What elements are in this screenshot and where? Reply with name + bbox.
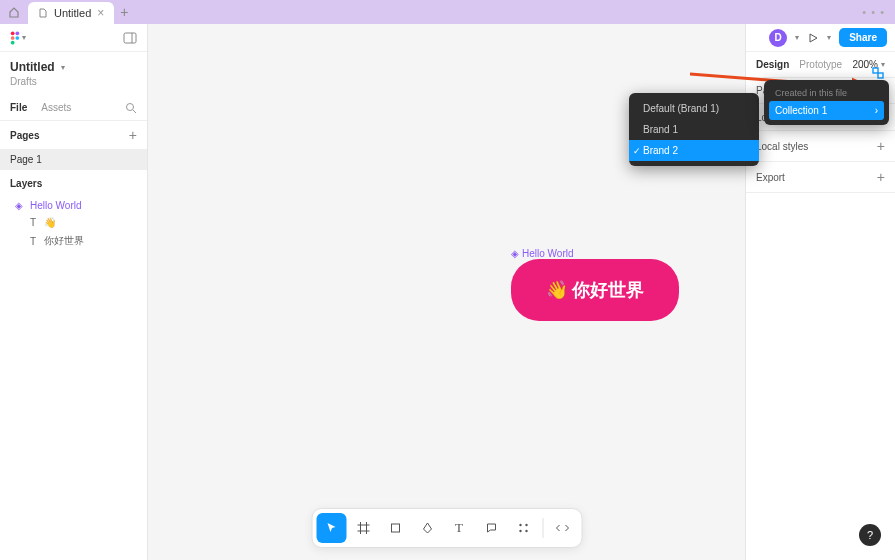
export-row[interactable]: Export + (746, 162, 895, 193)
svg-rect-23 (878, 73, 883, 78)
tab-label: Untitled (54, 7, 91, 19)
tab-file[interactable]: File (10, 102, 27, 113)
avatar[interactable]: D (769, 29, 787, 47)
svg-point-17 (525, 530, 527, 532)
home-icon[interactable] (6, 4, 22, 20)
local-styles-label: Local styles (756, 141, 808, 152)
close-tab-icon[interactable]: × (97, 6, 104, 20)
component-icon: ◈ (511, 248, 519, 259)
panel-icon[interactable] (123, 32, 137, 44)
layers-label: Layers (0, 170, 147, 197)
add-tab-button[interactable]: + (120, 4, 128, 20)
pages-section: Pages + (0, 121, 147, 149)
svg-rect-5 (124, 33, 136, 43)
dropdown-header: Created in this file (769, 85, 884, 101)
layer-frame[interactable]: ◈ Hello World (0, 197, 147, 214)
variable-mode-icon[interactable] (871, 66, 885, 80)
bottom-toolbar: T (311, 508, 582, 548)
dropdown-item-default[interactable]: Default (Brand 1) (629, 98, 759, 119)
svg-point-2 (11, 36, 15, 40)
titlebar: Untitled × + • • • (0, 0, 895, 24)
page-item[interactable]: Page 1 (0, 149, 147, 170)
add-button[interactable]: + (877, 169, 885, 185)
svg-point-1 (15, 31, 19, 35)
component-icon: ◈ (14, 201, 24, 211)
layer-text-cjk[interactable]: T 你好世界 (0, 231, 147, 251)
svg-point-3 (15, 36, 19, 40)
layer-label: 👋 (44, 217, 56, 228)
hello-world-frame[interactable]: 👋 你好世界 (511, 259, 679, 321)
svg-point-16 (519, 530, 521, 532)
emoji-text: 👋 (546, 279, 568, 301)
frame-label[interactable]: ◈ Hello World (511, 248, 574, 259)
doc-title-row[interactable]: Untitled ▾ (0, 52, 147, 76)
doc-title: Untitled (10, 60, 55, 74)
actions-tool[interactable] (508, 513, 538, 543)
local-styles-row[interactable]: Local styles + (746, 131, 895, 162)
check-icon: ✓ (633, 146, 641, 156)
play-icon[interactable] (807, 32, 819, 44)
svg-rect-22 (873, 68, 878, 73)
tab-design[interactable]: Design (756, 59, 789, 70)
pages-label: Pages (10, 130, 39, 141)
figma-menu-icon[interactable]: ▾ (10, 31, 26, 45)
document-tab[interactable]: Untitled × (28, 2, 114, 24)
window-menu-icon[interactable]: • • • (862, 6, 885, 18)
layer-label: 你好世界 (44, 234, 84, 248)
dropdown-item-brand2[interactable]: ✓Brand 2 (629, 140, 759, 161)
text-tool[interactable]: T (444, 513, 474, 543)
chevron-down-icon[interactable]: ▾ (795, 33, 799, 42)
svg-point-4 (11, 40, 15, 44)
brand-dropdown: Default (Brand 1) Brand 1 ✓Brand 2 (629, 93, 759, 166)
file-icon (38, 8, 48, 18)
shape-tool[interactable] (380, 513, 410, 543)
share-button[interactable]: Share (839, 28, 887, 47)
svg-point-7 (127, 103, 134, 110)
dev-mode-toggle[interactable] (547, 513, 577, 543)
frame-tool[interactable] (348, 513, 378, 543)
comment-tool[interactable] (476, 513, 506, 543)
export-label: Export (756, 172, 785, 183)
right-top: D ▾ ▾ Share (746, 24, 895, 52)
toolbar-separator (542, 518, 543, 538)
svg-point-0 (11, 31, 15, 35)
add-button[interactable]: + (877, 138, 885, 154)
search-icon[interactable] (125, 102, 137, 114)
left-sidebar: ▾ Untitled ▾ Drafts File Assets Pages + … (0, 24, 148, 560)
collection-dropdown: Created in this file Collection 1 › (764, 80, 889, 125)
svg-rect-13 (391, 524, 399, 532)
svg-point-14 (519, 524, 521, 526)
sidebar-tabs: File Assets (0, 95, 147, 121)
doc-subtitle: Drafts (0, 76, 147, 95)
chevron-right-icon: › (875, 105, 878, 116)
move-tool[interactable] (316, 513, 346, 543)
add-page-button[interactable]: + (129, 127, 137, 143)
tab-prototype[interactable]: Prototype (799, 59, 842, 70)
text-icon: T (28, 218, 38, 228)
tab-assets[interactable]: Assets (41, 102, 71, 113)
help-button[interactable]: ? (859, 524, 881, 546)
app-body: ▾ Untitled ▾ Drafts File Assets Pages + … (0, 24, 895, 560)
layer-label: Hello World (30, 200, 82, 211)
layer-text-emoji[interactable]: T 👋 (0, 214, 147, 231)
chevron-down-icon[interactable]: ▾ (827, 33, 831, 42)
svg-line-8 (133, 110, 136, 113)
dropdown-item-collection[interactable]: Collection 1 › (769, 101, 884, 120)
text-icon: T (28, 236, 38, 246)
pen-tool[interactable] (412, 513, 442, 543)
dropdown-item-brand1[interactable]: Brand 1 (629, 119, 759, 140)
chevron-down-icon: ▾ (61, 63, 65, 72)
sidebar-top: ▾ (0, 24, 147, 52)
svg-point-15 (525, 524, 527, 526)
cjk-text: 你好世界 (572, 278, 644, 302)
